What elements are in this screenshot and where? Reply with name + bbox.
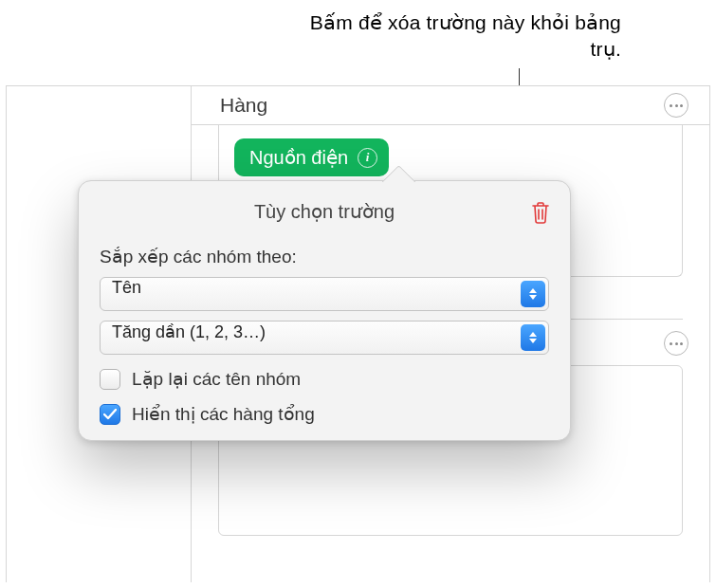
field-chip-label: Nguồn điện — [249, 146, 348, 169]
show-total-rows-label: Hiển thị các hàng tổng — [132, 403, 315, 425]
more-menu-button[interactable] — [664, 93, 688, 118]
field-options-popover: Tùy chọn trường Sắp xếp các nhóm theo: T… — [78, 180, 571, 441]
sort-by-select[interactable]: Tên — [100, 277, 549, 311]
repeat-group-names-row[interactable]: Lặp lại các tên nhóm — [100, 368, 549, 390]
checkmark-icon — [103, 409, 117, 420]
popover-title: Tùy chọn trường — [254, 200, 395, 223]
trash-icon — [530, 200, 551, 225]
show-total-rows-checkbox[interactable] — [100, 404, 120, 425]
field-chip[interactable]: Nguồn điện i — [234, 138, 389, 176]
rows-label: Hàng — [220, 94, 267, 117]
info-icon[interactable]: i — [358, 148, 377, 168]
show-total-rows-row[interactable]: Hiển thị các hàng tổng — [100, 403, 549, 425]
repeat-group-names-checkbox[interactable] — [100, 369, 120, 390]
delete-field-button[interactable] — [530, 200, 551, 225]
sort-groups-label: Sắp xếp các nhóm theo: — [100, 246, 549, 267]
rows-header: Hàng — [192, 86, 709, 124]
sort-order-select-wrap[interactable]: Tăng dần (1, 2, 3…) — [100, 321, 549, 355]
sort-order-select[interactable]: Tăng dần (1, 2, 3…) — [100, 321, 549, 355]
sort-by-select-wrap[interactable]: Tên — [100, 277, 549, 311]
more-menu-button[interactable] — [664, 331, 688, 356]
callout-text: Bấm để xóa trường này khỏi bảng trụ. — [299, 9, 621, 64]
repeat-group-names-label: Lặp lại các tên nhóm — [132, 368, 301, 390]
